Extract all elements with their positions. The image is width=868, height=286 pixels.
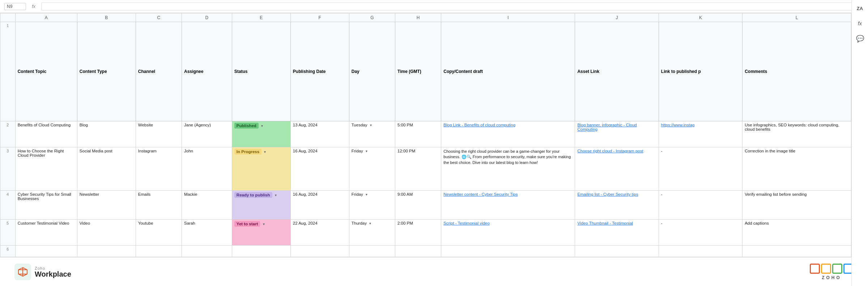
cell-content-topic-2[interactable]: Benefits of Cloud Computing [15,121,77,147]
cell-status-3[interactable]: In Progress ▾ [232,147,290,191]
status-dropdown-arrow-3[interactable]: ▾ [264,150,266,154]
col-letter-i[interactable]: I [441,13,575,22]
workplace-label: Workplace [35,270,71,278]
corner-cell [0,13,16,22]
za-icon[interactable]: ZA [855,3,865,14]
cell-channel-2[interactable]: Website [136,121,182,147]
spreadsheet-area: A B C D E F G H I J K L 1 Content Topic … [0,13,851,257]
cell-comments-2: Use infographics, SEO keywords: cloud co… [743,121,851,147]
empty-6-d[interactable] [182,246,232,257]
empty-6-h[interactable] [395,246,441,257]
copy-draft-link-4[interactable]: Newsletter content - Cyber Security Tips [443,192,518,196]
empty-6-l[interactable] [743,246,851,257]
cell-assignee-3[interactable]: John [182,147,232,191]
cell-assignee-2[interactable]: Jane (Agency) [182,121,232,147]
cell-publishing-date-3[interactable]: 16 Aug, 2024 [290,147,349,191]
cell-day-5[interactable]: Thurday ▾ [349,220,395,246]
cell-publishing-date-5[interactable]: 22 Aug, 2024 [290,220,349,246]
cell-copy-draft-5[interactable]: Script - Testimonial video [441,220,575,246]
zoho-right-logo: ZOHO [810,264,854,280]
cell-copy-draft-4[interactable]: Newsletter content - Cyber Security Tips [441,191,575,220]
asset-link-5[interactable]: Video Thumbnail - Testimonial [577,221,633,225]
row-num-5: 5 [0,220,16,246]
cell-day-3[interactable]: Friday ▾ [349,147,395,191]
row-num-4: 4 [0,191,16,220]
empty-6-j[interactable] [575,246,659,257]
copy-draft-link-5[interactable]: Script - Testimonial video [443,221,490,225]
cell-asset-link-5[interactable]: Video Thumbnail - Testimonial [575,220,659,246]
cell-assignee-4[interactable]: Mackie [182,191,232,220]
cell-content-topic-5[interactable]: Customer Testimonial Video [15,220,77,246]
fx-icon[interactable]: fx [855,18,865,29]
spreadsheet-table: A B C D E F G H I J K L 1 Content Topic … [0,13,851,257]
copy-draft-link-2[interactable]: Blog Link - Benefits of cloud computing [443,123,515,127]
cell-content-type-5[interactable]: Video [77,220,136,246]
published-page-link-2[interactable]: https://www.instag [661,123,695,127]
comment-icon[interactable]: 💬 [855,33,865,44]
col-letter-d[interactable]: D [182,13,232,22]
day-dropdown-3[interactable]: ▾ [366,149,367,153]
formula-input[interactable] [41,3,864,10]
asset-link-2[interactable]: Blog banner, infographic - Cloud Computi… [577,123,637,131]
cell-channel-3[interactable]: Instagram [136,147,182,191]
col-letter-j[interactable]: J [575,13,659,22]
cell-publishing-date-4[interactable]: 16 Aug, 2024 [290,191,349,220]
col-letter-k[interactable]: K [659,13,742,22]
cell-content-type-3[interactable]: Social Media post [77,147,136,191]
col-letter-c[interactable]: C [136,13,182,22]
cell-channel-4[interactable]: Emails [136,191,182,220]
col-letter-l[interactable]: L [743,13,851,22]
cell-day-2[interactable]: Tuesday ▾ [349,121,395,147]
empty-6-k[interactable] [659,246,742,257]
cell-status-5[interactable]: Yet to start ▾ [232,220,290,246]
table-row: 5 Customer Testimonial Video Video Youtu… [0,220,851,246]
cell-time-4[interactable]: 9:00 AM [395,191,441,220]
empty-6-g[interactable] [349,246,395,257]
cell-time-5[interactable]: 2:00 PM [395,220,441,246]
cell-status-4[interactable]: Ready to publish ▾ [232,191,290,220]
col-letter-h[interactable]: H [395,13,441,22]
col-letter-e[interactable]: E [232,13,290,22]
cell-copy-draft-2[interactable]: Blog Link - Benefits of cloud computing [441,121,575,147]
empty-6-e[interactable] [232,246,290,257]
asset-link-3[interactable]: Choose right cloud - Instagram post [577,149,643,153]
asset-link-4[interactable]: Emailing list - Cyber Security tips [577,192,638,196]
empty-6-i[interactable] [441,246,575,257]
cell-published-link-2[interactable]: https://www.instag [659,121,742,147]
cell-assignee-5[interactable]: Sarah [182,220,232,246]
cell-time-2[interactable]: 5:00 PM [395,121,441,147]
col-letter-a[interactable]: A [15,13,77,22]
cell-asset-link-3[interactable]: Choose right cloud - Instagram post [575,147,659,191]
cell-reference[interactable]: N9 [4,3,26,10]
cell-content-type-2[interactable]: Blog [77,121,136,147]
cell-content-type-4[interactable]: Newsletter [77,191,136,220]
empty-6-f[interactable] [290,246,349,257]
empty-6-a[interactable] [15,246,77,257]
day-dropdown-2[interactable]: ▾ [370,123,372,127]
status-badge-yet: Yet to start [234,221,260,227]
col-letter-f[interactable]: F [290,13,349,22]
col-header-time: Time (GMT) [395,22,441,121]
status-dropdown-arrow-4[interactable]: ▾ [275,193,277,197]
row-num-6: 6 [0,246,16,257]
cell-published-link-5: - [659,220,742,246]
empty-6-b[interactable] [77,246,136,257]
status-dropdown-arrow-5[interactable]: ▾ [263,222,265,226]
col-letter-b[interactable]: B [77,13,136,22]
cell-status-2[interactable]: Published ▾ [232,121,290,147]
cell-asset-link-4[interactable]: Emailing list - Cyber Security tips [575,191,659,220]
cell-content-topic-3[interactable]: How to Choose the Right Cloud Provider [15,147,77,191]
cell-asset-link-2[interactable]: Blog banner, infographic - Cloud Computi… [575,121,659,147]
cell-day-4[interactable]: Friday ▾ [349,191,395,220]
empty-6-c[interactable] [136,246,182,257]
day-dropdown-5[interactable]: ▾ [369,221,371,225]
status-badge-published: Published [234,123,259,129]
day-dropdown-4[interactable]: ▾ [366,192,367,196]
cell-content-topic-4[interactable]: Cyber Security Tips for Small Businesses [15,191,77,220]
cell-time-3[interactable]: 12:00 PM [395,147,441,191]
cell-channel-5[interactable]: Youtube [136,220,182,246]
col-letter-g[interactable]: G [349,13,395,22]
zoho-icon [14,264,31,280]
cell-publishing-date-2[interactable]: 13 Aug, 2024 [290,121,349,147]
status-dropdown-arrow-2[interactable]: ▾ [261,124,263,128]
